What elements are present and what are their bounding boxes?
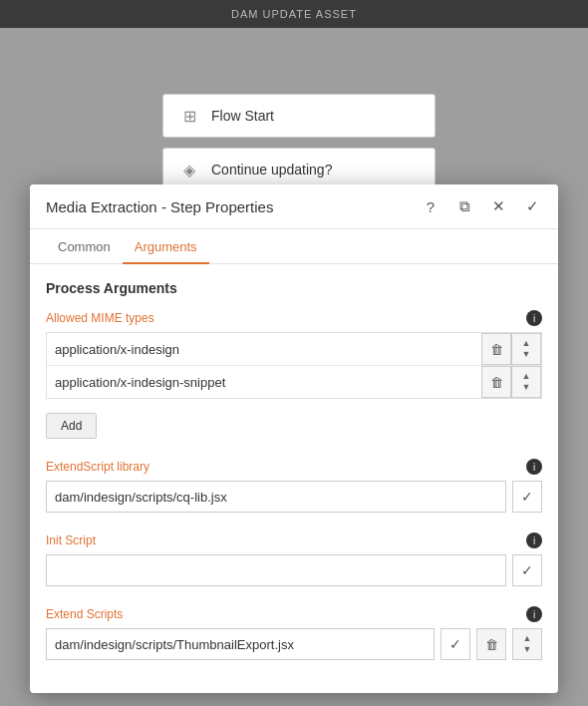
- initscript-row: ✓: [46, 554, 542, 586]
- move-up-icon: ▲: [522, 372, 531, 381]
- extendscript-checkbox[interactable]: ✓: [512, 481, 542, 513]
- move-extendscripts-button[interactable]: ▲ ▼: [512, 628, 542, 660]
- help-button[interactable]: ?: [421, 196, 441, 216]
- delete-mime-1-button[interactable]: 🗑: [481, 333, 511, 365]
- modal-header: Media Extraction - Step Properties ? ⧉ ✕…: [30, 184, 558, 229]
- mime-row-1: 🗑 ▲ ▼: [47, 333, 541, 366]
- extendscript-label-row: ExtendScript library i: [46, 459, 542, 475]
- modal-header-icons: ? ⧉ ✕ ✓: [421, 196, 542, 216]
- check-icon: ✓: [526, 197, 539, 215]
- copy-icon: ⧉: [459, 197, 470, 215]
- allowed-mime-label: Allowed MIME types i: [46, 310, 542, 326]
- extendscript-input[interactable]: [46, 481, 506, 513]
- top-bar-title: DAM UPDATE ASSET: [231, 8, 357, 20]
- move-down-icon: ▼: [522, 350, 531, 359]
- extendscript-label: ExtendScript library: [46, 460, 149, 474]
- tab-arguments[interactable]: Arguments: [123, 229, 209, 264]
- add-mime-button[interactable]: Add: [46, 413, 97, 439]
- modal-tabs: Common Arguments: [30, 229, 558, 264]
- extendscript-field-row: ✓: [46, 481, 542, 513]
- extendscripts-label: Extend Scripts: [46, 607, 123, 621]
- move-mime-1-button[interactable]: ▲ ▼: [511, 333, 541, 365]
- close-button[interactable]: ✕: [488, 196, 508, 216]
- flow-continue-label: Continue updating?: [211, 162, 332, 177]
- modal: Media Extraction - Step Properties ? ⧉ ✕…: [30, 184, 558, 693]
- mime-input-2[interactable]: [47, 366, 481, 398]
- delete-mime-2-button[interactable]: 🗑: [481, 366, 511, 398]
- confirm-button[interactable]: ✓: [522, 196, 542, 216]
- modal-body[interactable]: Process Arguments Allowed MIME types i 🗑…: [30, 264, 558, 693]
- initscript-section: Init Script i ✓: [46, 532, 542, 586]
- extendscripts-section: Extend Scripts i ✓ 🗑 ▲ ▼: [46, 606, 542, 660]
- delete-extendscripts-button[interactable]: 🗑: [476, 628, 506, 660]
- extendscript-info-icon[interactable]: i: [526, 459, 542, 475]
- mime-table: 🗑 ▲ ▼ 🗑 ▲ ▼: [46, 332, 542, 399]
- initscript-checkbox[interactable]: ✓: [512, 554, 542, 586]
- move-down-icon: ▼: [522, 383, 531, 392]
- modal-title: Media Extraction - Step Properties: [46, 198, 421, 215]
- tab-common[interactable]: Common: [46, 229, 123, 264]
- flow-start-icon: ⊞: [179, 106, 199, 126]
- extendscript-section: ExtendScript library i ✓: [46, 459, 542, 513]
- extendscripts-checkbox[interactable]: ✓: [441, 628, 470, 660]
- mime-info-icon[interactable]: i: [526, 310, 542, 326]
- initscript-input[interactable]: [46, 554, 506, 586]
- close-icon: ✕: [492, 197, 505, 215]
- top-bar: DAM UPDATE ASSET: [0, 0, 588, 28]
- extendscripts-info-icon[interactable]: i: [526, 606, 542, 622]
- flow-continue-icon: ◈: [179, 160, 199, 179]
- move-mime-2-button[interactable]: ▲ ▼: [511, 366, 541, 398]
- section-title: Process Arguments: [46, 280, 542, 296]
- mime-input-1[interactable]: [47, 333, 481, 365]
- extendscripts-input[interactable]: [46, 628, 435, 660]
- mime-row-2: 🗑 ▲ ▼: [47, 366, 541, 398]
- move-up-icon: ▲: [522, 339, 531, 348]
- initscript-label: Init Script: [46, 533, 96, 547]
- flow-card-start[interactable]: ⊞ Flow Start: [162, 94, 436, 138]
- extendscripts-label-row: Extend Scripts i: [46, 606, 542, 622]
- copy-button[interactable]: ⧉: [454, 196, 474, 216]
- move-up-icon: ▲: [523, 634, 532, 643]
- initscript-info-icon[interactable]: i: [526, 532, 542, 548]
- help-icon: ?: [427, 198, 435, 215]
- extendscript-row: ✓: [46, 481, 542, 513]
- initscript-label-row: Init Script i: [46, 532, 542, 548]
- move-down-icon: ▼: [523, 645, 532, 654]
- extendscripts-row: ✓ 🗑 ▲ ▼: [46, 628, 542, 660]
- flow-start-label: Flow Start: [211, 108, 274, 124]
